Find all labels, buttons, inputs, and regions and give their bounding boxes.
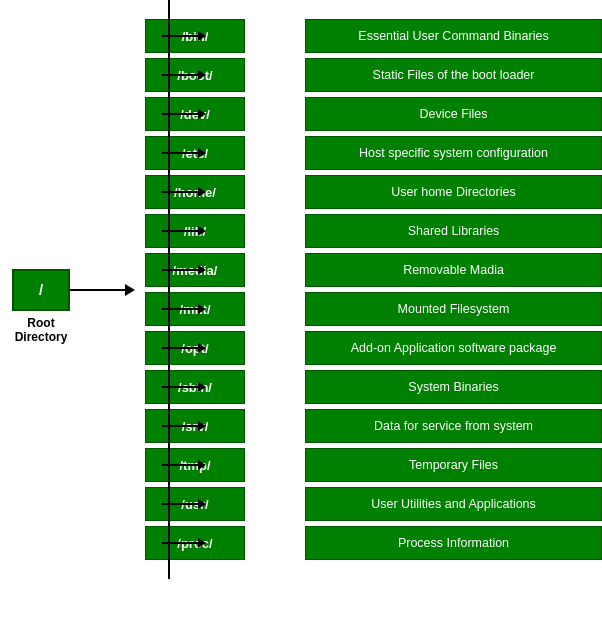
h-arrow-head xyxy=(198,499,206,509)
desc-box: User home Directories xyxy=(305,175,602,209)
desc-box: User Utilities and Applications xyxy=(305,487,602,521)
table-row: /bin/Essential User Command Binaries xyxy=(145,18,602,54)
tick-mark xyxy=(162,269,169,271)
tick-mark xyxy=(162,425,169,427)
h-arrow-head xyxy=(198,187,206,197)
h-arrow-line xyxy=(170,113,198,115)
h-arrow-head xyxy=(198,265,206,275)
tick-mark xyxy=(162,386,169,388)
table-row: /etc/Host specific system configuration xyxy=(145,135,602,171)
tick-mark xyxy=(162,113,169,115)
h-arrow-line xyxy=(170,542,198,544)
root-arrow-head xyxy=(125,284,135,296)
h-arrow xyxy=(170,109,206,119)
table-row: /mnt/Mounted Filesystem xyxy=(145,291,602,327)
h-arrow-line xyxy=(170,35,198,37)
h-arrow-line xyxy=(170,425,198,427)
desc-box: Process Information xyxy=(305,526,602,560)
h-arrow xyxy=(170,148,206,158)
desc-box: Device Files xyxy=(305,97,602,131)
desc-box: Temporary Files xyxy=(305,448,602,482)
h-arrow-head xyxy=(198,538,206,548)
desc-box: Shared Libraries xyxy=(305,214,602,248)
h-arrow-line xyxy=(170,230,198,232)
h-arrow-line xyxy=(170,74,198,76)
tick-mark xyxy=(162,74,169,76)
h-arrow-line xyxy=(170,152,198,154)
desc-box: Removable Madia xyxy=(305,253,602,287)
table-row: /usr/User Utilities and Applications xyxy=(145,486,602,522)
tick-mark xyxy=(162,35,169,37)
rows-container: /bin/Essential User Command Binaries/boo… xyxy=(145,10,602,569)
h-arrow xyxy=(170,382,206,392)
desc-box: Essential User Command Binaries xyxy=(305,19,602,53)
tick-mark xyxy=(162,191,169,193)
h-arrow xyxy=(170,31,206,41)
tick-mark xyxy=(162,347,169,349)
desc-box: Host specific system configuration xyxy=(305,136,602,170)
h-arrow xyxy=(170,187,206,197)
root-label: / xyxy=(39,281,43,298)
h-arrow-head xyxy=(198,226,206,236)
h-arrow xyxy=(170,499,206,509)
h-arrow xyxy=(170,226,206,236)
h-arrow-line xyxy=(170,464,198,466)
table-row: /srv/Data for service from system xyxy=(145,408,602,444)
table-row: /media/Removable Madia xyxy=(145,252,602,288)
tick-mark xyxy=(162,152,169,154)
h-arrow xyxy=(170,421,206,431)
h-arrow-head xyxy=(198,460,206,470)
tick-mark xyxy=(162,308,169,310)
table-row: /home/User home Directories xyxy=(145,174,602,210)
table-row: /opt/Add-on Application software package xyxy=(145,330,602,366)
desc-box: Mounted Filesystem xyxy=(305,292,602,326)
h-arrow-line xyxy=(170,503,198,505)
h-arrow-line xyxy=(170,308,198,310)
tick-mark xyxy=(162,503,169,505)
h-arrow-head xyxy=(198,382,206,392)
root-arrow xyxy=(70,284,135,296)
tick-mark xyxy=(162,230,169,232)
h-arrow xyxy=(170,538,206,548)
h-arrow-head xyxy=(198,31,206,41)
table-row: /tmp/Temporary Files xyxy=(145,447,602,483)
table-row: /dev/Device Files xyxy=(145,96,602,132)
vertical-line xyxy=(168,0,170,579)
tick-mark xyxy=(162,464,169,466)
h-arrow xyxy=(170,265,206,275)
root-directory-label: RootDirectory xyxy=(12,316,70,345)
desc-box: Add-on Application software package xyxy=(305,331,602,365)
tick-mark xyxy=(162,542,169,544)
h-arrow-line xyxy=(170,347,198,349)
root-arrow-line xyxy=(70,289,125,291)
h-arrow-head xyxy=(198,148,206,158)
table-row: /boot/Static Files of the boot loader xyxy=(145,57,602,93)
desc-box: Static Files of the boot loader xyxy=(305,58,602,92)
h-arrow xyxy=(170,70,206,80)
h-arrow-line xyxy=(170,269,198,271)
h-arrow-head xyxy=(198,304,206,314)
table-row: /lib/Shared Libraries xyxy=(145,213,602,249)
desc-box: System Binaries xyxy=(305,370,602,404)
h-arrow-head xyxy=(198,343,206,353)
h-arrow xyxy=(170,343,206,353)
root-box: / xyxy=(12,269,70,311)
desc-box: Data for service from system xyxy=(305,409,602,443)
h-arrow xyxy=(170,304,206,314)
table-row: /proc/Process Information xyxy=(145,525,602,561)
h-arrow-head xyxy=(198,70,206,80)
h-arrow-head xyxy=(198,421,206,431)
h-arrow xyxy=(170,460,206,470)
h-arrow-head xyxy=(198,109,206,119)
h-arrow-line xyxy=(170,386,198,388)
table-row: /sbin/System Binaries xyxy=(145,369,602,405)
h-arrow-line xyxy=(170,191,198,193)
